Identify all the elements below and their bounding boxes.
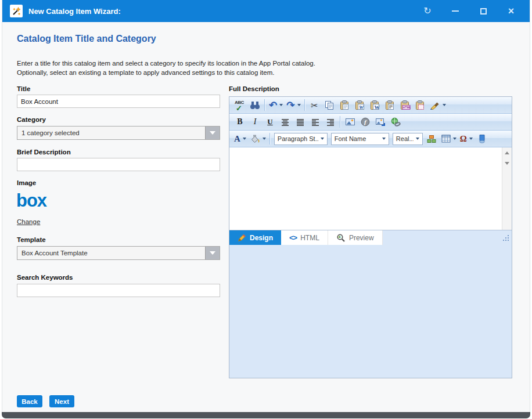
bold-icon: B <box>237 117 242 127</box>
paragraph-style-value: Paragraph St... <box>278 135 318 142</box>
format-stripper-icon <box>430 100 440 110</box>
back-button[interactable]: Back <box>17 395 42 407</box>
template-value: Box Account Template <box>17 250 205 257</box>
cut-button[interactable]: ✂ <box>308 98 322 112</box>
tab-label: Preview <box>349 234 374 242</box>
copy-button[interactable] <box>323 98 337 112</box>
image-manager-icon <box>345 117 355 127</box>
pencil-icon <box>238 234 246 242</box>
format-stripper-button[interactable] <box>429 98 447 112</box>
back-color-icon <box>250 135 260 143</box>
template-dropdown-arrow-icon[interactable] <box>205 247 220 259</box>
window-body: New Catalog Item Wizard: ↻× Catalog Item… <box>2 0 530 416</box>
chevron-down-icon <box>469 138 473 140</box>
back-color-button[interactable] <box>249 132 267 146</box>
svg-text:+: + <box>338 234 341 240</box>
insert-snippet-button[interactable] <box>425 132 439 146</box>
align-right-icon <box>326 118 335 126</box>
font-color-button[interactable]: A <box>233 132 247 146</box>
editor-content[interactable] <box>229 147 502 230</box>
wizard-window: New Catalog Item Wizard: ↻× Catalog Item… <box>0 0 532 419</box>
italic-icon: I <box>254 117 257 127</box>
minimize-button[interactable] <box>450 6 461 16</box>
toolbar-select-font-size[interactable]: Real... <box>393 133 423 145</box>
chevron-down-icon <box>263 138 266 140</box>
scroll-up-icon[interactable] <box>505 151 509 154</box>
align-justify-button[interactable] <box>293 115 307 129</box>
toolbar-separator <box>340 116 340 128</box>
underline-icon: U <box>267 117 272 127</box>
scroll-down-icon[interactable] <box>505 162 509 165</box>
toolbar-separator <box>304 99 305 111</box>
chevron-down-icon <box>297 104 301 106</box>
description-line-1: Enter a title for this catalog item and … <box>17 59 315 68</box>
chevron-down-icon <box>382 138 386 140</box>
tab-html[interactable]: <>HTML <box>281 230 328 245</box>
paste-from-word-icon: W <box>355 100 365 110</box>
search-keywords-input[interactable] <box>17 284 220 297</box>
template-dropdown[interactable]: Box Account Template <box>17 246 220 260</box>
insert-table-button[interactable] <box>440 132 458 146</box>
font-name-value: Font Name <box>335 135 380 142</box>
window-title: New Catalog Item Wizard: <box>28 7 121 16</box>
title-bar: New Catalog Item Wizard: ↻× <box>2 0 530 22</box>
brief-description-input[interactable] <box>17 158 220 171</box>
insert-table-icon <box>441 135 451 143</box>
undo-button[interactable]: ↶ <box>268 98 284 112</box>
close-button[interactable]: × <box>506 6 516 16</box>
redo-button[interactable]: ↷ <box>285 98 301 112</box>
bold-button[interactable]: B <box>233 115 247 129</box>
paste-button[interactable] <box>338 98 352 112</box>
chevron-down-icon <box>321 138 324 140</box>
font-size-value: Real... <box>396 135 414 142</box>
image-manager-button[interactable] <box>343 115 357 129</box>
maximize-button[interactable] <box>478 6 488 16</box>
toolbar-select-paragraph-style[interactable]: Paragraph St... <box>274 133 328 145</box>
editor-toolbar-row-1: ABC✓↶↷✂WWHTML <box>229 97 512 114</box>
insert-symbol-button[interactable]: Ω <box>459 132 474 146</box>
paste-from-word-button[interactable]: W <box>353 98 367 112</box>
align-center-icon <box>281 118 290 126</box>
paste-from-word-clean-button[interactable]: W <box>368 98 382 112</box>
flash-manager-icon: f <box>361 117 370 127</box>
toolbar-select-font-name[interactable]: Font Name <box>331 133 389 145</box>
paste-plain-text-button[interactable] <box>383 98 397 112</box>
title-input[interactable] <box>17 95 220 108</box>
editor-toolbar-row-3: AParagraph St...Font NameReal...Ω <box>229 131 512 147</box>
find-button[interactable] <box>248 98 262 112</box>
wizard-app-icon <box>10 5 23 17</box>
paste-html-icon <box>415 100 426 110</box>
spellcheck-button[interactable]: ABC✓ <box>233 98 247 112</box>
rich-text-editor: ABC✓↶↷✂WWHTML BIUf AParagraph St...Font … <box>229 96 512 378</box>
about-button[interactable] <box>475 132 489 146</box>
italic-button[interactable]: I <box>248 115 262 129</box>
change-image-link[interactable]: Change <box>17 218 40 225</box>
insert-symbol-icon: Ω <box>460 135 467 143</box>
media-manager-button[interactable] <box>373 115 387 129</box>
flash-manager-button[interactable]: f <box>358 115 372 129</box>
tab-preview[interactable]: +Preview <box>328 230 383 245</box>
refresh-button[interactable]: ↻ <box>422 6 433 16</box>
chevron-down-icon <box>416 138 419 140</box>
editor-mode-tabs: Design<>HTML+Preview <box>229 230 512 245</box>
paste-from-word-clean-icon: W <box>370 100 380 110</box>
resize-grip[interactable] <box>503 235 509 241</box>
paste-as-html-button[interactable]: HTML <box>398 98 412 112</box>
align-right-button[interactable] <box>323 115 337 129</box>
paste-html-button[interactable] <box>414 98 427 112</box>
tab-label: Design <box>250 234 273 242</box>
category-dropdown[interactable]: 1 category selected <box>17 126 220 140</box>
toolbar-separator <box>269 133 270 145</box>
tab-design[interactable]: Design <box>229 230 281 245</box>
paste-icon <box>340 100 350 110</box>
underline-button[interactable]: U <box>263 115 277 129</box>
hyperlink-manager-button[interactable] <box>389 115 402 129</box>
align-center-button[interactable] <box>278 115 292 129</box>
svg-text:W: W <box>359 104 364 110</box>
editor-scrollbar[interactable] <box>502 147 512 230</box>
next-button[interactable]: Next <box>49 395 74 407</box>
window-bottom-edge <box>2 412 530 418</box>
category-dropdown-arrow-icon[interactable] <box>205 127 220 139</box>
align-left-button[interactable] <box>308 115 322 129</box>
window-controls: ↻× <box>422 6 522 16</box>
